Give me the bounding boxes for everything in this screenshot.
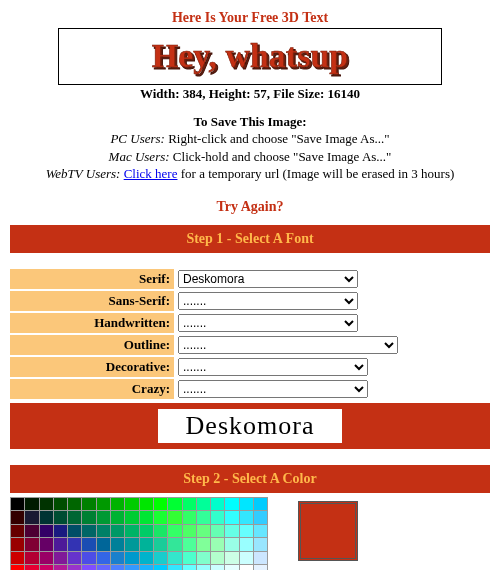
color-palette[interactable] <box>10 497 268 570</box>
palette-cell[interactable] <box>140 538 153 551</box>
palette-cell[interactable] <box>211 538 224 551</box>
palette-cell[interactable] <box>254 498 267 511</box>
palette-cell[interactable] <box>154 552 167 565</box>
select-handwritten[interactable]: ....... <box>178 314 358 332</box>
palette-cell[interactable] <box>82 538 95 551</box>
palette-cell[interactable] <box>254 511 267 524</box>
palette-cell[interactable] <box>197 511 210 524</box>
palette-cell[interactable] <box>111 565 124 570</box>
palette-cell[interactable] <box>140 565 153 570</box>
palette-cell[interactable] <box>54 511 67 524</box>
palette-cell[interactable] <box>125 565 138 570</box>
palette-cell[interactable] <box>82 525 95 538</box>
palette-cell[interactable] <box>240 511 253 524</box>
palette-cell[interactable] <box>68 565 81 570</box>
palette-cell[interactable] <box>97 552 110 565</box>
palette-cell[interactable] <box>111 511 124 524</box>
palette-cell[interactable] <box>154 511 167 524</box>
palette-cell[interactable] <box>197 538 210 551</box>
palette-cell[interactable] <box>82 552 95 565</box>
palette-cell[interactable] <box>168 525 181 538</box>
palette-cell[interactable] <box>125 511 138 524</box>
palette-cell[interactable] <box>82 565 95 570</box>
palette-cell[interactable] <box>111 552 124 565</box>
palette-cell[interactable] <box>225 552 238 565</box>
palette-cell[interactable] <box>125 538 138 551</box>
palette-cell[interactable] <box>197 552 210 565</box>
try-again-link[interactable]: Try Again? <box>216 199 283 214</box>
palette-cell[interactable] <box>183 511 196 524</box>
palette-cell[interactable] <box>25 498 38 511</box>
palette-cell[interactable] <box>254 565 267 570</box>
palette-cell[interactable] <box>125 525 138 538</box>
select-sans[interactable]: ....... <box>178 292 358 310</box>
palette-cell[interactable] <box>54 552 67 565</box>
palette-cell[interactable] <box>154 565 167 570</box>
palette-cell[interactable] <box>140 511 153 524</box>
palette-cell[interactable] <box>125 552 138 565</box>
palette-cell[interactable] <box>168 498 181 511</box>
palette-cell[interactable] <box>111 538 124 551</box>
palette-cell[interactable] <box>240 498 253 511</box>
palette-cell[interactable] <box>211 525 224 538</box>
palette-cell[interactable] <box>40 511 53 524</box>
palette-cell[interactable] <box>54 538 67 551</box>
palette-cell[interactable] <box>40 565 53 570</box>
palette-cell[interactable] <box>25 538 38 551</box>
palette-cell[interactable] <box>25 511 38 524</box>
palette-cell[interactable] <box>54 498 67 511</box>
palette-cell[interactable] <box>154 525 167 538</box>
palette-cell[interactable] <box>183 525 196 538</box>
palette-cell[interactable] <box>111 525 124 538</box>
palette-cell[interactable] <box>183 552 196 565</box>
palette-cell[interactable] <box>97 538 110 551</box>
palette-cell[interactable] <box>82 511 95 524</box>
palette-cell[interactable] <box>197 565 210 570</box>
palette-cell[interactable] <box>97 525 110 538</box>
palette-cell[interactable] <box>197 498 210 511</box>
palette-cell[interactable] <box>211 552 224 565</box>
palette-cell[interactable] <box>168 552 181 565</box>
palette-cell[interactable] <box>154 538 167 551</box>
palette-cell[interactable] <box>11 525 24 538</box>
palette-cell[interactable] <box>240 538 253 551</box>
palette-cell[interactable] <box>68 511 81 524</box>
palette-cell[interactable] <box>68 498 81 511</box>
palette-cell[interactable] <box>40 552 53 565</box>
palette-cell[interactable] <box>68 552 81 565</box>
palette-cell[interactable] <box>68 538 81 551</box>
palette-cell[interactable] <box>40 525 53 538</box>
palette-cell[interactable] <box>25 525 38 538</box>
palette-cell[interactable] <box>183 565 196 570</box>
palette-cell[interactable] <box>54 565 67 570</box>
palette-cell[interactable] <box>11 498 24 511</box>
palette-cell[interactable] <box>11 552 24 565</box>
palette-cell[interactable] <box>254 538 267 551</box>
select-outline[interactable]: ....... <box>178 336 398 354</box>
palette-cell[interactable] <box>240 552 253 565</box>
palette-cell[interactable] <box>40 498 53 511</box>
palette-cell[interactable] <box>168 511 181 524</box>
palette-cell[interactable] <box>240 525 253 538</box>
palette-cell[interactable] <box>211 511 224 524</box>
palette-cell[interactable] <box>125 498 138 511</box>
palette-cell[interactable] <box>211 565 224 570</box>
palette-cell[interactable] <box>11 538 24 551</box>
palette-cell[interactable] <box>11 565 24 570</box>
palette-cell[interactable] <box>225 511 238 524</box>
select-crazy[interactable]: ....... <box>178 380 368 398</box>
palette-cell[interactable] <box>183 538 196 551</box>
palette-cell[interactable] <box>254 552 267 565</box>
palette-cell[interactable] <box>82 498 95 511</box>
palette-cell[interactable] <box>68 525 81 538</box>
palette-cell[interactable] <box>25 552 38 565</box>
palette-cell[interactable] <box>211 498 224 511</box>
palette-cell[interactable] <box>254 525 267 538</box>
palette-cell[interactable] <box>40 538 53 551</box>
palette-cell[interactable] <box>11 511 24 524</box>
palette-cell[interactable] <box>140 525 153 538</box>
palette-cell[interactable] <box>97 511 110 524</box>
palette-cell[interactable] <box>168 565 181 570</box>
palette-cell[interactable] <box>197 525 210 538</box>
palette-cell[interactable] <box>97 498 110 511</box>
